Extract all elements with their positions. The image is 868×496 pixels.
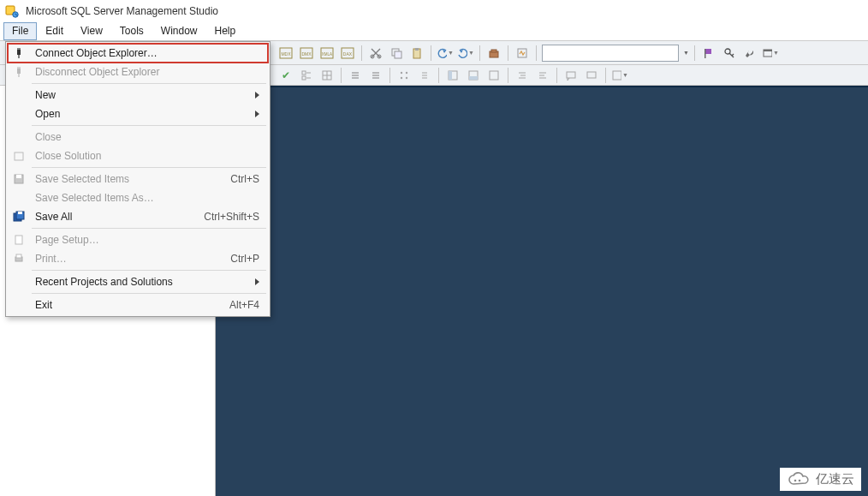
svg-rect-36 (490, 71, 498, 80)
toolbar-separator (694, 45, 695, 61)
menu-save-selected-as: Save Selected Items As… (8, 188, 268, 207)
list-icon[interactable] (347, 67, 364, 84)
close-solution-icon (8, 150, 30, 162)
menu-save-all[interactable]: Save All Ctrl+Shift+S (8, 207, 268, 226)
menu-recent[interactable]: Recent Projects and Solutions (8, 272, 268, 291)
menu-separator (32, 167, 266, 168)
svg-text:XMLA: XMLA (322, 52, 332, 57)
indent-left-icon[interactable] (514, 67, 531, 84)
grid-icon[interactable] (318, 67, 336, 84)
dropdown-arrow-icon[interactable]: ▼ (683, 50, 689, 56)
watermark-text: 亿速云 (816, 471, 854, 487)
misc-icon[interactable]: ▼ (611, 67, 628, 84)
menu-help[interactable]: Help (206, 22, 245, 40)
paste-icon[interactable] (408, 45, 425, 62)
menu-file[interactable]: File (3, 22, 37, 40)
svg-rect-47 (18, 212, 22, 214)
toolbar-dax-icon[interactable]: DAX (339, 45, 356, 62)
svg-rect-18 (491, 50, 496, 52)
menu-tools[interactable]: Tools (111, 22, 152, 40)
menu-item-label: Open (30, 108, 255, 120)
menu-edit[interactable]: Edit (37, 22, 72, 40)
menu-item-label: Close (30, 131, 259, 143)
menu-open[interactable]: Open (8, 105, 268, 123)
svg-point-51 (794, 479, 797, 481)
menu-close: Close (8, 128, 268, 146)
toolbar-separator (556, 68, 557, 83)
menu-item-label: Recent Projects and Solutions (30, 276, 255, 288)
list2-icon[interactable] (367, 67, 384, 84)
watermark: 亿速云 (780, 468, 861, 491)
redo-icon[interactable]: ▼ (457, 45, 474, 62)
window-title: Microsoft SQL Server Management Studio (26, 5, 218, 17)
toolbar-search-input[interactable] (542, 45, 679, 62)
print-icon (8, 253, 30, 265)
svg-rect-16 (415, 48, 419, 51)
menubar: File Edit View Tools Window Help (0, 22, 868, 41)
svg-rect-33 (449, 71, 452, 80)
svg-rect-21 (705, 49, 706, 58)
menu-item-label: Save Selected Items As… (30, 192, 259, 204)
menu-item-label: Print… (30, 253, 230, 265)
copy-icon[interactable] (388, 45, 405, 62)
page-icon (8, 234, 30, 246)
menu-new[interactable]: New (8, 86, 268, 105)
toolbar-mdx-icon[interactable]: MDX (277, 45, 294, 62)
dots-icon[interactable] (395, 67, 413, 84)
cut-icon[interactable] (367, 45, 384, 62)
svg-rect-35 (469, 76, 478, 80)
layout2-icon[interactable] (465, 67, 482, 84)
svg-rect-39 (613, 71, 621, 80)
menu-shortcut: Alt+F4 (229, 299, 259, 311)
menu-shortcut: Ctrl+Shift+S (204, 211, 259, 223)
svg-point-31 (406, 76, 407, 78)
menu-connect-object-explorer[interactable]: Connect Object Explorer… (8, 44, 268, 63)
unplug-icon (8, 66, 30, 78)
toolbar-dmx-icon[interactable]: DMX (298, 45, 315, 62)
menu-shortcut: Ctrl+P (230, 253, 259, 265)
layout3-icon[interactable] (485, 67, 502, 84)
toolbar-separator (438, 68, 439, 83)
menu-close-solution: Close Solution (8, 146, 268, 165)
wrench-icon[interactable] (741, 45, 758, 62)
toolbar-separator (508, 68, 508, 83)
uncomment-icon[interactable] (583, 67, 600, 84)
toolbar-separator (479, 45, 480, 61)
check-icon[interactable]: ✔ (277, 67, 294, 84)
svg-rect-38 (587, 72, 596, 78)
file-menu-dropdown: Connect Object Explorer… Disconnect Obje… (5, 41, 271, 317)
toolbar-flag-icon[interactable] (700, 45, 717, 62)
layout1-icon[interactable] (444, 67, 461, 84)
undo-icon[interactable]: ▼ (437, 45, 454, 62)
title-bar: Microsoft SQL Server Management Studio (0, 0, 868, 22)
indent-right-icon[interactable] (534, 67, 551, 84)
svg-rect-14 (395, 51, 401, 58)
menu-print: Print… Ctrl+P (8, 249, 268, 268)
window-icon[interactable]: ▼ (762, 45, 779, 62)
toolbar-separator (389, 68, 390, 83)
menu-separator (32, 293, 266, 294)
save-icon (8, 173, 30, 185)
svg-rect-50 (16, 254, 21, 258)
menu-item-label: New (30, 89, 255, 101)
outline-icon[interactable] (298, 67, 315, 84)
activity-icon[interactable] (514, 45, 531, 62)
menu-exit[interactable]: Exit Alt+F4 (8, 296, 268, 314)
menu-window[interactable]: Window (152, 22, 206, 40)
menu-view[interactable]: View (72, 22, 111, 40)
menu-save-selected: Save Selected Items Ctrl+S (8, 170, 268, 188)
submenu-arrow-icon (255, 111, 259, 117)
toolbox-icon[interactable] (485, 45, 502, 62)
save-all-icon (8, 211, 30, 223)
svg-rect-26 (302, 76, 306, 80)
toolbar-separator (536, 45, 537, 61)
spread-icon[interactable] (416, 67, 433, 84)
submenu-arrow-icon (255, 278, 259, 285)
menu-item-label: Close Solution (30, 150, 259, 162)
app-icon (5, 4, 19, 18)
comment-icon[interactable] (562, 67, 580, 84)
svg-text:DMX: DMX (301, 51, 312, 57)
toolbar-xmla-icon[interactable]: XMLA (318, 45, 336, 62)
key-icon[interactable] (721, 45, 738, 62)
menu-item-label: Exit (30, 299, 229, 311)
